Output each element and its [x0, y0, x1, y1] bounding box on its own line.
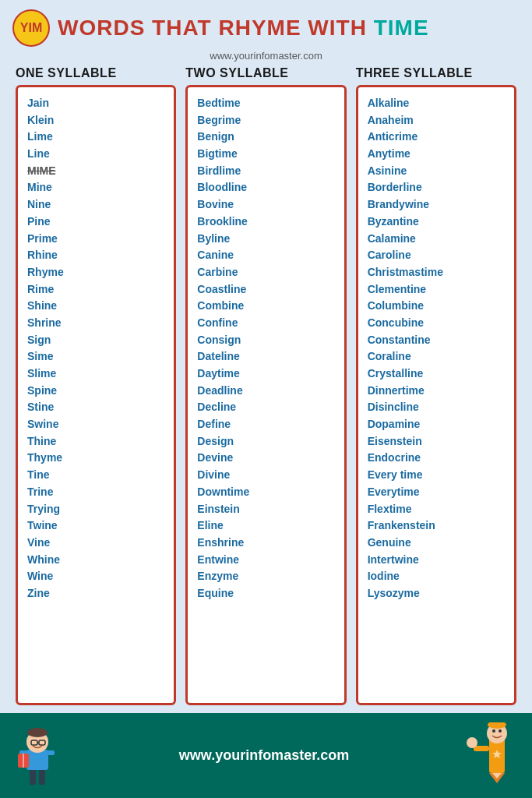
list-item: Shine: [27, 298, 164, 315]
two-syllable-column: BedtimeBegrimeBenignBigtimeBirdlimeBlood…: [185, 85, 346, 705]
list-item: Twine: [27, 517, 164, 535]
svg-point-18: [499, 729, 502, 733]
list-item: Lysozyme: [368, 585, 505, 602]
svg-rect-0: [30, 768, 36, 785]
list-item: Bedtime: [197, 95, 334, 112]
list-item: Rhine: [27, 247, 164, 264]
list-item: Columbine: [368, 298, 505, 315]
list-item: Canine: [197, 247, 334, 264]
title-main: WORDS THAT RHYME WITH: [58, 16, 367, 40]
svg-point-21: [467, 737, 477, 748]
svg-rect-4: [47, 750, 55, 755]
svg-rect-20: [474, 746, 489, 751]
list-item: Thyme: [27, 450, 164, 467]
list-item: Sime: [27, 348, 164, 365]
list-item: Enzyme: [197, 568, 334, 585]
col-header-one: ONE SYLLABLE: [16, 66, 176, 80]
list-item: Daytime: [197, 365, 334, 383]
list-item: Genuine: [368, 535, 505, 552]
list-item: Calamine: [368, 231, 505, 248]
page-header: YIM WORDS THAT RHYME WITH TIME: [0, 0, 532, 50]
list-item: Nine: [27, 196, 164, 214]
list-item: Constantine: [368, 332, 505, 349]
list-item: Consign: [197, 332, 334, 349]
list-item: Begrime: [197, 112, 334, 129]
list-item: Bigtime: [197, 146, 334, 163]
list-item: Zine: [27, 585, 164, 602]
list-item: Pine: [27, 214, 164, 231]
list-item: Define: [197, 416, 334, 433]
list-item: Endocrine: [368, 450, 505, 467]
list-item: Byzantine: [368, 214, 505, 231]
list-item: Slime: [27, 365, 164, 383]
list-item: Stine: [27, 399, 164, 416]
col-header-two: TWO SYLLABLE: [185, 66, 346, 80]
list-item: Trine: [27, 484, 164, 501]
list-item: Byline: [197, 231, 334, 248]
list-item: Wine: [27, 568, 164, 585]
list-item: Enshrine: [197, 535, 334, 552]
column-headers: ONE SYLLABLE TWO SYLLABLE THREE SYLLABLE: [0, 66, 532, 80]
three-syllable-column: AlkalineAnaheimAnticrimeAnytimeAsinineBo…: [356, 85, 516, 705]
list-item: Whine: [27, 552, 164, 569]
list-item: Brandywine: [368, 196, 505, 214]
list-item: Divine: [197, 467, 334, 484]
list-item: Clementine: [368, 281, 505, 298]
list-item: Design: [197, 433, 334, 450]
list-item: Everytime: [368, 484, 505, 501]
list-item: Bovine: [197, 196, 334, 214]
list-item: Coastline: [197, 281, 334, 298]
list-item: Asinine: [368, 163, 505, 180]
list-item: Alkaline: [368, 95, 505, 112]
list-item: Combine: [197, 298, 334, 315]
list-item: Concubine: [368, 315, 505, 332]
list-item: Every time: [368, 467, 505, 484]
character-right: [466, 722, 516, 789]
list-item: Equine: [197, 585, 334, 602]
list-item: Eline: [197, 517, 334, 535]
list-item: Deadline: [197, 383, 334, 400]
list-item: Einstein: [197, 501, 334, 518]
list-item: Caroline: [368, 247, 505, 264]
list-item: Shrine: [27, 315, 164, 332]
list-item: Benign: [197, 129, 334, 146]
content-area: JainKleinLimeLineMIMEMineNinePinePrimeRh…: [0, 85, 532, 705]
list-item: Crystalline: [368, 365, 505, 383]
list-item: Decline: [197, 399, 334, 416]
svg-point-17: [492, 729, 495, 733]
list-item: Swine: [27, 416, 164, 433]
one-syllable-column: JainKleinLimeLineMIMEMineNinePinePrimeRh…: [16, 85, 176, 705]
list-item: Tine: [27, 467, 164, 484]
page-title: WORDS THAT RHYME WITH TIME: [58, 16, 429, 41]
list-item: Intertwine: [368, 552, 505, 569]
list-item: Anticrime: [368, 129, 505, 146]
list-item: Anytime: [368, 146, 505, 163]
list-item: Confine: [197, 315, 334, 332]
logo: YIM: [12, 9, 50, 47]
list-item: Brookline: [197, 214, 334, 231]
header-website: www.yourinfomaster.com: [0, 50, 532, 66]
list-item: Anaheim: [368, 112, 505, 129]
list-item: Eisenstein: [368, 433, 505, 450]
list-item: Dopamine: [368, 416, 505, 433]
list-item: Prime: [27, 231, 164, 248]
list-item: Carbine: [197, 264, 334, 281]
list-item: Line: [27, 146, 164, 163]
character-left: [16, 725, 62, 787]
list-item: Dinnertime: [368, 383, 505, 400]
title-highlight: TIME: [374, 16, 429, 40]
list-item: Flextime: [368, 501, 505, 518]
list-item: Christmastime: [368, 264, 505, 281]
list-item: Coraline: [368, 348, 505, 365]
list-item: Birdlime: [197, 163, 334, 180]
list-item: Klein: [27, 112, 164, 129]
page-footer: www.yourinfomaster.com: [0, 713, 532, 798]
list-item: Mine: [27, 179, 164, 196]
list-item: Frankenstein: [368, 517, 505, 535]
list-item: Jain: [27, 95, 164, 112]
list-item: Devine: [197, 450, 334, 467]
list-item: Lime: [27, 129, 164, 146]
svg-rect-1: [39, 768, 45, 785]
list-item: Spine: [27, 383, 164, 400]
list-item: Downtime: [197, 484, 334, 501]
